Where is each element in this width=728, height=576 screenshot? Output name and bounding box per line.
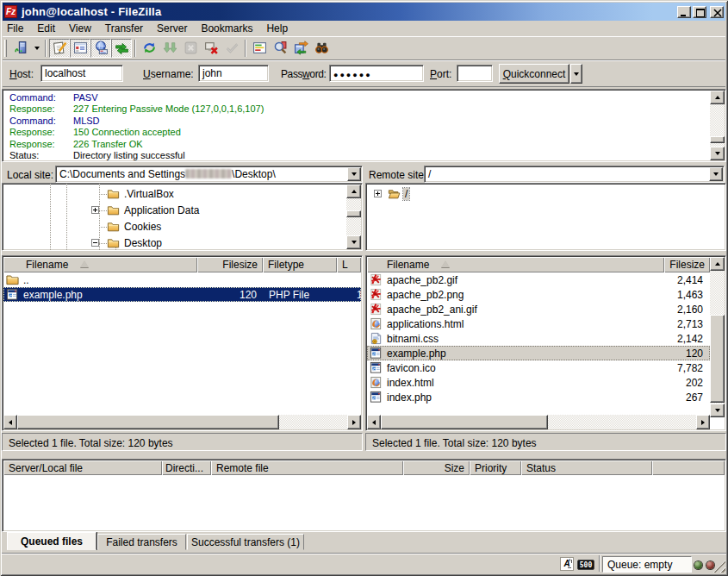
title-bar[interactable]: Fz john@localhost - FileZilla: [3, 3, 725, 21]
file-row[interactable]: apache_pb2.png 1,463: [367, 287, 710, 302]
tree-item-root[interactable]: /: [366, 186, 725, 203]
remote-site-combo[interactable]: /: [424, 166, 725, 183]
menu-transfer[interactable]: Transfer: [98, 21, 150, 36]
remote-list-hscrollbar[interactable]: [367, 415, 710, 429]
apache-feather-icon: [370, 273, 383, 286]
column-header-size[interactable]: Size: [403, 460, 470, 475]
toolbar-separator: [45, 40, 47, 57]
collapse-icon[interactable]: [91, 239, 99, 247]
scroll-down-button[interactable]: [710, 147, 725, 160]
local-site-combo[interactable]: C:\Documents and Settings\Desktop\: [55, 166, 363, 183]
file-row[interactable]: index.php 267: [367, 390, 710, 404]
file-row-example-php[interactable]: example.php 120 PHP File 1: [3, 287, 361, 302]
column-header-filesize[interactable]: Filesize: [197, 257, 263, 272]
column-header-last-modified[interactable]: L: [337, 257, 361, 272]
site-manager-button[interactable]: [10, 39, 31, 58]
tree-item-cookies[interactable]: Cookies: [3, 219, 362, 235]
menu-bookmarks[interactable]: Bookmarks: [194, 21, 259, 36]
resize-grip[interactable]: [713, 560, 725, 573]
scroll-up-button[interactable]: [710, 257, 725, 271]
menu-view[interactable]: View: [62, 21, 98, 36]
scroll-left-button[interactable]: [367, 415, 381, 429]
compare-button[interactable]: [270, 39, 290, 58]
remote-list-scrollbar[interactable]: [710, 257, 725, 417]
local-site-dropdown[interactable]: [347, 167, 361, 181]
file-row-example-php[interactable]: example.php 120: [367, 346, 710, 360]
scroll-up-button[interactable]: [710, 91, 725, 104]
remote-site-dropdown[interactable]: [709, 167, 723, 181]
scroll-down-button[interactable]: [710, 404, 725, 417]
password-input[interactable]: ●●●●●●: [329, 65, 424, 82]
scroll-right-button[interactable]: [347, 415, 361, 429]
refresh-button[interactable]: [139, 39, 159, 58]
filter-button[interactable]: [249, 39, 270, 58]
quickconnect-dropdown[interactable]: [570, 64, 582, 84]
process-queue-button[interactable]: [159, 39, 180, 58]
column-header-filetype[interactable]: Filetype: [263, 257, 337, 272]
column-header-filename[interactable]: Filename: [367, 257, 664, 272]
scrollbar-thumb[interactable]: [17, 415, 279, 429]
scroll-right-button[interactable]: [696, 415, 710, 429]
scrollbar-thumb[interactable]: [710, 136, 725, 143]
column-header-filesize[interactable]: Filesize: [664, 257, 710, 272]
scroll-up-button[interactable]: [346, 185, 361, 198]
local-tree-scrollbar[interactable]: [346, 185, 361, 249]
maximize-button[interactable]: [693, 6, 706, 18]
site-manager-dropdown[interactable]: [31, 39, 42, 58]
censored-username: [185, 169, 232, 178]
scrollbar-thumb[interactable]: [381, 415, 548, 429]
file-row[interactable]: bitnami.css 2,142: [367, 331, 710, 346]
expand-icon[interactable]: [374, 190, 382, 197]
file-row-parent-dir[interactable]: ..: [3, 272, 361, 287]
host-input[interactable]: localhost: [40, 65, 123, 82]
tab-successful-transfers[interactable]: Successful transfers (1): [187, 534, 304, 550]
menu-server[interactable]: Server: [150, 21, 194, 36]
port-input[interactable]: [457, 65, 493, 82]
toggle-local-tree-button[interactable]: [70, 39, 90, 58]
speed-limit-indicator[interactable]: 500: [577, 560, 594, 570]
local-list-hscrollbar[interactable]: [3, 415, 361, 429]
scroll-down-button[interactable]: [346, 235, 361, 249]
file-row[interactable]: apache_pb2.gif 2,414: [367, 272, 710, 287]
file-row[interactable]: index.html 202: [367, 375, 710, 390]
column-header-status[interactable]: Status: [521, 460, 652, 475]
tab-failed-transfers[interactable]: Failed transfers: [97, 534, 186, 550]
column-header-server-local-file[interactable]: Server/Local file: [3, 460, 162, 475]
menu-edit[interactable]: Edit: [30, 21, 62, 36]
find-button[interactable]: [311, 39, 332, 58]
column-header-priority[interactable]: Priority: [470, 460, 521, 475]
chevron-down-icon: [34, 47, 40, 50]
quickconnect-button[interactable]: Quickconnect: [499, 64, 569, 84]
minimize-button[interactable]: [677, 6, 691, 18]
sync-browsing-button[interactable]: [290, 39, 311, 58]
arrow-down-icon: [352, 241, 357, 244]
scroll-left-button[interactable]: [3, 415, 17, 429]
menu-file[interactable]: File: [3, 21, 30, 36]
scrollbar-thumb[interactable]: [346, 210, 361, 217]
menu-help[interactable]: Help: [259, 21, 295, 36]
file-row[interactable]: applications.html 2,713: [367, 316, 710, 331]
toggle-log-view-button[interactable]: [49, 39, 70, 58]
tree-item-application-data[interactable]: Application Data: [3, 203, 362, 219]
reconnect-button: [221, 39, 242, 58]
toggle-queue-view-button[interactable]: [111, 39, 132, 58]
file-row[interactable]: apache_pb2_ani.gif 2,160: [367, 302, 710, 316]
file-row[interactable]: favicon.ico 7,782: [367, 360, 710, 375]
column-header-remote-file[interactable]: Remote file: [211, 460, 403, 475]
column-header-direction[interactable]: Directi...: [162, 460, 211, 475]
disconnect-button[interactable]: [201, 39, 221, 58]
username-input[interactable]: john: [198, 65, 269, 82]
tree-item-desktop[interactable]: Desktop: [3, 235, 362, 251]
tab-queued-files[interactable]: Queued files: [7, 532, 96, 550]
chevron-down-icon: [713, 172, 719, 176]
close-button[interactable]: [710, 6, 724, 18]
username-label: Username:: [143, 68, 194, 80]
css-file-icon: [370, 332, 383, 345]
scrollbar-thumb[interactable]: [710, 315, 725, 403]
log-scrollbar[interactable]: [710, 91, 725, 160]
expand-icon[interactable]: [91, 206, 99, 214]
tree-item-virtualbox[interactable]: .VirtualBox: [3, 186, 362, 203]
toggle-remote-tree-button[interactable]: [90, 39, 111, 58]
data-type-indicator[interactable]: A: [560, 557, 574, 571]
column-header-filename[interactable]: Filename: [3, 257, 197, 272]
